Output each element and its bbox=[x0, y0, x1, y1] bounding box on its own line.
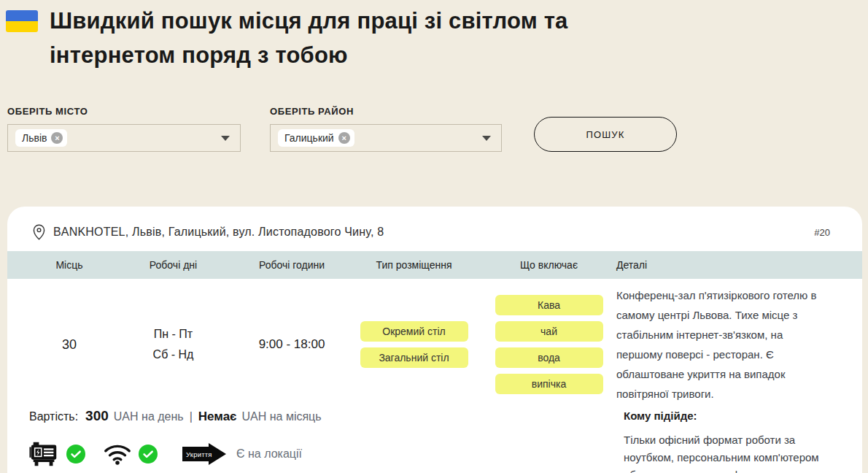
workdays-line-1: Пн - Пт bbox=[109, 324, 237, 345]
chevron-down-icon bbox=[482, 136, 491, 141]
includes-tag: чай bbox=[495, 321, 603, 342]
workdays-value: Пн - Пт Сб - Нд bbox=[109, 324, 237, 365]
listing-number: #20 bbox=[814, 227, 840, 238]
includes-tag: випічка bbox=[495, 374, 603, 394]
includes-tag: вода bbox=[495, 347, 603, 368]
col-header-details: Деталі bbox=[616, 259, 842, 271]
page: Швидкий пошук місця для праці зі світлом… bbox=[0, 0, 868, 473]
price-per-month: Немає bbox=[198, 409, 237, 424]
ukraine-flag-icon bbox=[6, 10, 38, 32]
includes-tag: Кава bbox=[495, 295, 603, 315]
details-description: Конференц-зал п'ятизіркового готелю в са… bbox=[616, 285, 818, 404]
price-day-suffix: UAH на день bbox=[114, 410, 184, 423]
city-selected-label: Львів bbox=[22, 132, 47, 144]
price-label: Вартість: bbox=[29, 410, 78, 423]
district-selected-chip: Галицький × bbox=[278, 129, 354, 147]
suited-heading: Кому підійде: bbox=[624, 409, 842, 422]
amenities-row: Укриття Є на локації bbox=[29, 440, 624, 468]
remove-district-icon[interactable]: × bbox=[338, 132, 350, 144]
city-selected-chip: Львів × bbox=[15, 129, 67, 147]
page-header: Швидкий пошук місця для праці зі світлом… bbox=[0, 0, 868, 72]
location-pin-icon bbox=[32, 224, 46, 240]
table-header-row: Місць Робочі дні Робочі години Тип розмі… bbox=[7, 251, 862, 279]
listing-footer: Вартість: 300 UAH на день | Немає UAH на… bbox=[7, 404, 862, 473]
flag-yellow-stripe bbox=[6, 21, 38, 32]
price-month-suffix: UAH на місяць bbox=[241, 410, 321, 423]
price-per-day: 300 bbox=[85, 408, 109, 424]
generator-available-check-icon bbox=[66, 445, 85, 464]
listing-address: BANKHOTEL, Львів, Галицький, вул. Листоп… bbox=[53, 226, 384, 239]
workdays-line-2: Сб - Нд bbox=[109, 345, 237, 365]
district-filter-label: ОБЕРІТЬ РАЙОН bbox=[270, 106, 534, 117]
placement-tag: Загальний стіл bbox=[360, 347, 468, 368]
col-header-hours: Робочі години bbox=[237, 259, 346, 271]
placement-tag: Окремий стіл bbox=[360, 321, 468, 342]
chevron-down-icon bbox=[221, 136, 230, 141]
search-button[interactable]: ПОШУК bbox=[534, 117, 677, 152]
table-row: 30 Пн - Пт Сб - Нд 9:00 - 18:00 Окремий … bbox=[7, 279, 862, 404]
col-header-placement: Тип розміщення bbox=[346, 259, 481, 271]
district-filter: ОБЕРІТЬ РАЙОН Галицький × bbox=[270, 106, 534, 152]
page-title: Швидкий пошук місця для праці зі світлом… bbox=[50, 4, 691, 72]
shelter-arrow-icon: Укриття bbox=[182, 443, 226, 465]
wifi-available-check-icon bbox=[139, 445, 158, 464]
price-line: Вартість: 300 UAH на день | Немає UAH на… bbox=[29, 408, 624, 424]
listing-card: BANKHOTEL, Львів, Галицький, вул. Листоп… bbox=[7, 207, 862, 473]
district-selected-label: Галицький bbox=[284, 132, 334, 144]
wifi-icon bbox=[103, 442, 132, 466]
district-select[interactable]: Галицький × bbox=[270, 124, 502, 152]
footer-left: Вартість: 300 UAH на день | Немає UAH на… bbox=[29, 404, 624, 473]
col-header-seats: Місць bbox=[29, 259, 109, 271]
seats-value: 30 bbox=[29, 337, 109, 353]
generator-icon bbox=[29, 440, 60, 468]
flag-blue-stripe bbox=[6, 10, 38, 21]
filters-bar: ОБЕРІТЬ МІСТО Львів × ОБЕРІТЬ РАЙОН Гали… bbox=[0, 106, 868, 152]
city-select[interactable]: Львів × bbox=[7, 124, 241, 152]
remove-city-icon[interactable]: × bbox=[51, 132, 63, 144]
col-header-workdays: Робочі дні bbox=[109, 259, 237, 271]
city-filter: ОБЕРІТЬ МІСТО Львів × bbox=[7, 106, 270, 152]
listing-header: BANKHOTEL, Львів, Галицький, вул. Листоп… bbox=[7, 207, 862, 251]
placement-tags: Окремий стіл Загальний стіл bbox=[346, 321, 481, 368]
shelter-status: Є на локації bbox=[236, 447, 302, 461]
price-separator: | bbox=[190, 410, 193, 423]
hours-value: 9:00 - 18:00 bbox=[237, 337, 346, 352]
footer-right: Кому підійде: Тільки офісний формат робо… bbox=[624, 404, 842, 473]
city-filter-label: ОБЕРІТЬ МІСТО bbox=[7, 106, 270, 117]
col-header-includes: Що включає bbox=[481, 259, 616, 271]
includes-tags: Кава чай вода випічка bbox=[481, 295, 616, 394]
suited-text: Тільки офісний формат роботи за ноутбком… bbox=[624, 431, 825, 473]
